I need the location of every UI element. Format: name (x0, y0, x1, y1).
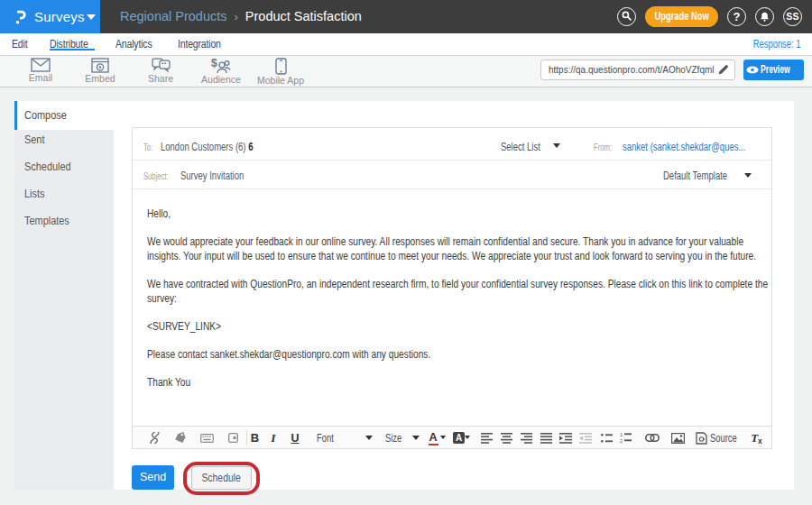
svg-text:1: 1 (620, 432, 623, 437)
svg-text:$: $ (211, 58, 217, 69)
svg-text:2: 2 (620, 438, 623, 444)
